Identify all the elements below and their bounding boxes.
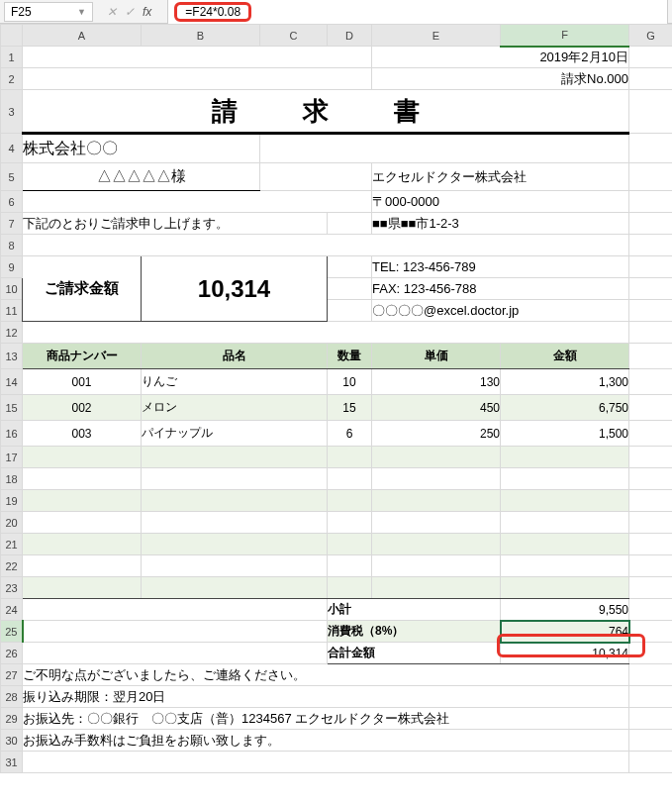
intro-text[interactable]: 下記のとおりご請求申し上げます。: [23, 213, 328, 235]
col-header-G[interactable]: G: [629, 25, 673, 47]
vendor-tel[interactable]: TEL: 123-456-789: [372, 256, 629, 278]
col-header-D[interactable]: D: [328, 25, 372, 47]
footer-line[interactable]: お振込先：〇〇銀行 〇〇支店（普）1234567 エクセルドクター株式会社: [23, 708, 629, 730]
th-number[interactable]: 商品ナンバー: [23, 344, 142, 369]
col-header-F[interactable]: F: [501, 25, 629, 47]
row-header[interactable]: 12: [1, 322, 23, 344]
formula-text: =F24*0.08: [174, 2, 251, 22]
vendor-name[interactable]: エクセルドクター株式会社: [372, 163, 629, 191]
item-qty[interactable]: 15: [328, 395, 372, 421]
formula-bar: F25 ▼ ✕ ✓ fx =F24*0.08: [0, 0, 672, 24]
total-amount[interactable]: 10,314: [142, 256, 328, 322]
row-header[interactable]: 23: [1, 577, 23, 599]
item-no[interactable]: 002: [23, 395, 142, 421]
cancel-icon[interactable]: ✕: [107, 5, 117, 19]
subtotal-label[interactable]: 小計: [328, 599, 501, 621]
row-header[interactable]: 24: [1, 599, 23, 621]
vendor-postal[interactable]: 〒000-0000: [372, 191, 629, 213]
row-header[interactable]: 22: [1, 555, 23, 577]
fx-icon[interactable]: fx: [143, 5, 151, 19]
item-unit[interactable]: 450: [372, 395, 501, 421]
formula-input[interactable]: =F24*0.08: [167, 0, 668, 25]
item-name[interactable]: りんご: [142, 369, 328, 395]
item-no[interactable]: 003: [23, 421, 142, 447]
row-header[interactable]: 1: [1, 47, 23, 68]
row-header[interactable]: 7: [1, 213, 23, 235]
confirm-icon[interactable]: ✓: [125, 5, 135, 19]
row-header[interactable]: 17: [1, 447, 23, 468]
tax-label[interactable]: 消費税（8%）: [328, 621, 501, 643]
cell-reference: F25: [11, 5, 32, 19]
col-header-C[interactable]: C: [260, 25, 328, 47]
row-header[interactable]: 3: [1, 90, 23, 134]
footer-line[interactable]: ご不明な点がございましたら、ご連絡ください。: [23, 664, 629, 686]
tax-value[interactable]: 764: [501, 621, 629, 643]
row-header[interactable]: 19: [1, 490, 23, 512]
item-no[interactable]: 001: [23, 369, 142, 395]
total-label[interactable]: ご請求金額: [23, 256, 142, 322]
footer-line[interactable]: お振込み手数料はご負担をお願い致します。: [23, 730, 629, 752]
name-box[interactable]: F25 ▼: [4, 2, 93, 22]
row-header[interactable]: 28: [1, 686, 23, 708]
item-unit[interactable]: 250: [372, 421, 501, 447]
row-header[interactable]: 26: [1, 643, 23, 664]
item-qty[interactable]: 10: [328, 369, 372, 395]
th-name[interactable]: 品名: [142, 344, 328, 369]
item-amount[interactable]: 1,500: [501, 421, 629, 447]
subtotal-value[interactable]: 9,550: [501, 599, 629, 621]
item-amount[interactable]: 1,300: [501, 369, 629, 395]
grid[interactable]: A B C D E F G 1 2019年2月10日 2 請求No.000 3 …: [0, 24, 672, 773]
row-header[interactable]: 9: [1, 256, 23, 278]
row-header[interactable]: 21: [1, 534, 23, 555]
th-unit[interactable]: 単価: [372, 344, 501, 369]
item-name[interactable]: メロン: [142, 395, 328, 421]
date[interactable]: 2019年2月10日: [372, 47, 629, 68]
row-header[interactable]: 20: [1, 512, 23, 534]
doc-number[interactable]: 請求No.000: [372, 68, 629, 90]
customer-name[interactable]: △△△△△様: [23, 163, 260, 191]
th-amount[interactable]: 金額: [501, 344, 629, 369]
row-header[interactable]: 18: [1, 468, 23, 490]
dropdown-icon[interactable]: ▼: [77, 7, 86, 17]
customer-company[interactable]: 株式会社〇〇: [23, 134, 260, 163]
spreadsheet: A B C D E F G 1 2019年2月10日 2 請求No.000 3 …: [0, 24, 672, 773]
row-header[interactable]: 29: [1, 708, 23, 730]
row-header[interactable]: 15: [1, 395, 23, 421]
row-header[interactable]: 25: [1, 621, 23, 643]
row-header[interactable]: 10: [1, 278, 23, 300]
vendor-fax[interactable]: FAX: 123-456-788: [372, 278, 629, 300]
row-header[interactable]: 27: [1, 664, 23, 686]
th-qty[interactable]: 数量: [328, 344, 372, 369]
item-name[interactable]: パイナップル: [142, 421, 328, 447]
vendor-email[interactable]: 〇〇〇〇@excel.doctor.jp: [372, 300, 629, 322]
col-header-B[interactable]: B: [142, 25, 260, 47]
row-header[interactable]: 13: [1, 344, 23, 369]
row-header[interactable]: 5: [1, 163, 23, 191]
grand-label[interactable]: 合計金額: [328, 643, 501, 664]
row-header[interactable]: 11: [1, 300, 23, 322]
row-header[interactable]: 14: [1, 369, 23, 395]
item-qty[interactable]: 6: [328, 421, 372, 447]
item-unit[interactable]: 130: [372, 369, 501, 395]
row-header[interactable]: 6: [1, 191, 23, 213]
title[interactable]: 請 求 書: [23, 90, 629, 134]
grand-value[interactable]: 10,314: [501, 643, 629, 664]
item-amount[interactable]: 6,750: [501, 395, 629, 421]
select-all[interactable]: [1, 25, 23, 47]
col-header-A[interactable]: A: [23, 25, 142, 47]
row-header[interactable]: 4: [1, 134, 23, 163]
row-header[interactable]: 31: [1, 752, 23, 773]
row-header[interactable]: 2: [1, 68, 23, 90]
row-header[interactable]: 16: [1, 421, 23, 447]
row-header[interactable]: 30: [1, 730, 23, 752]
row-header[interactable]: 8: [1, 235, 23, 256]
col-header-E[interactable]: E: [372, 25, 501, 47]
vendor-address[interactable]: ■■県■■市1-2-3: [372, 213, 629, 235]
footer-line[interactable]: 振り込み期限：翌月20日: [23, 686, 629, 708]
formula-buttons: ✕ ✓ fx: [97, 5, 167, 19]
